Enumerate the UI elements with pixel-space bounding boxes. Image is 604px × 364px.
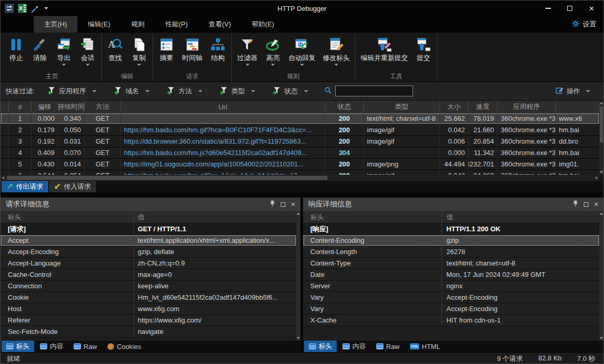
filter-dropdown-button[interactable]: 方法 bbox=[161, 85, 208, 98]
panel-tab[interactable]: HTML bbox=[405, 341, 445, 352]
filter-dropdown-button[interactable]: 类型 bbox=[214, 85, 261, 98]
panel-tab[interactable]: Raw bbox=[372, 341, 404, 352]
tab-outgoing-requests[interactable]: 传出请求 bbox=[2, 181, 48, 192]
header-row[interactable]: Accept text/html,application/xhtml+xml,a… bbox=[1, 235, 296, 246]
grid-vertical-scrollbar[interactable] bbox=[599, 101, 603, 175]
column-header[interactable]: 应用程序 bbox=[498, 101, 556, 113]
menu-item[interactable]: 性能(P) bbox=[155, 16, 198, 33]
maximize-button[interactable] bbox=[559, 1, 581, 16]
pin-icon[interactable] bbox=[573, 200, 578, 208]
column-header[interactable]: 状态 bbox=[325, 101, 364, 113]
column-header[interactable]: # bbox=[9, 101, 32, 113]
request-row[interactable]: 6 0.544 0.054 GET https://hm.baidu.com/h… bbox=[1, 170, 599, 175]
tab-incoming-requests[interactable]: 传入请求 bbox=[49, 181, 96, 192]
header-column-label[interactable]: 标头 bbox=[303, 211, 442, 223]
header-row[interactable]: Host www.x6g.com bbox=[1, 303, 296, 315]
column-header[interactable] bbox=[556, 101, 599, 113]
header-row[interactable]: Content-Encoding gzip bbox=[303, 235, 599, 246]
qat-dropdown-icon[interactable] bbox=[44, 7, 48, 9]
header-row[interactable]: Server nginx bbox=[303, 281, 599, 292]
menu-item[interactable]: 主页(H) bbox=[34, 16, 77, 33]
menu-item[interactable]: 查看(V) bbox=[198, 16, 241, 33]
copy-button[interactable]: 复制 bbox=[127, 34, 151, 73]
timeline-button[interactable]: 时间轴 bbox=[179, 34, 206, 73]
menu-item[interactable]: 帮助(E) bbox=[241, 16, 284, 33]
header-row[interactable]: Vary Accept-Encoding bbox=[303, 303, 599, 315]
header-row[interactable]: Date Mon, 17 Jun 2024 02:49:49 GMT bbox=[303, 269, 599, 281]
find-button[interactable]: A 查找 bbox=[103, 34, 127, 73]
header-row[interactable]: [响应] HTTP/1.1 200 OK bbox=[303, 223, 599, 235]
request-row[interactable]: 4 0.409 0.070 GET https://hm.baidu.com/h… bbox=[1, 147, 599, 159]
header-row[interactable]: Accept-Language zh-CN,zh;q=0.9 bbox=[1, 258, 296, 269]
header-row[interactable]: Content-Type text/html; charset=utf-8 bbox=[303, 258, 599, 269]
column-header[interactable]: 大小 bbox=[440, 101, 469, 113]
header-row[interactable]: Sec-Fetch-Mode navigate bbox=[1, 326, 296, 338]
menu-item[interactable]: 编辑(E) bbox=[77, 16, 120, 33]
search-input[interactable] bbox=[335, 86, 413, 96]
column-header[interactable]: 速度 bbox=[469, 101, 498, 113]
header-column-label[interactable]: 标头 bbox=[1, 211, 134, 223]
column-header[interactable]: 方法 bbox=[85, 101, 121, 113]
header-row[interactable]: [请求] GET / HTTP/1.1 bbox=[1, 223, 296, 235]
settings-button[interactable]: 设置 bbox=[565, 16, 603, 33]
filter-dropdown-button[interactable]: 应用程序 bbox=[42, 85, 102, 98]
stop-button[interactable]: 停止 bbox=[4, 34, 28, 73]
session-button[interactable]: 会话 bbox=[76, 34, 100, 73]
structure-button[interactable]: 结构 bbox=[206, 34, 230, 73]
request-row[interactable]: 3 0.192 0.031 GET https://dd.browser.360… bbox=[1, 136, 599, 147]
header-row[interactable]: Referer https://www.x6g.com/ bbox=[1, 315, 296, 326]
header-row[interactable]: Cookie Hm_lvt_d60e542115f2ca02adf147d409… bbox=[1, 292, 296, 303]
header-row[interactable]: Connection keep-alive bbox=[1, 281, 296, 292]
request-row[interactable]: 2 0.179 0.050 GET https://hm.baidu.com/h… bbox=[1, 124, 599, 136]
maximize-panel-icon[interactable] bbox=[281, 202, 285, 207]
value-column-label[interactable]: 值 bbox=[442, 211, 599, 223]
actions-button[interactable]: 操作 bbox=[556, 87, 598, 96]
value-column-label[interactable]: 值 bbox=[134, 211, 297, 223]
grid-horizontal-scrollbar[interactable] bbox=[1, 175, 599, 181]
panel-tab[interactable]: 内容 bbox=[35, 341, 68, 352]
panel-tab[interactable]: 内容 bbox=[338, 341, 370, 352]
request-row[interactable]: 1 0.000 0.340 GET 200 text/html; charset… bbox=[1, 113, 599, 124]
pin-icon[interactable] bbox=[270, 200, 275, 208]
clear-button[interactable]: 清除 bbox=[28, 34, 52, 73]
panel-tab[interactable]: 标头 bbox=[304, 341, 337, 352]
panel-vertical-scrollbar[interactable] bbox=[599, 211, 603, 341]
auto-responder-button[interactable]: 自动回复 bbox=[285, 34, 319, 73]
submit-button[interactable]: 提交 bbox=[411, 34, 435, 73]
excel-export-icon[interactable]: X bbox=[18, 4, 27, 13]
column-header[interactable]: 偏移 bbox=[32, 101, 58, 113]
request-row[interactable]: 5 0.430 0.014 GET https://img01.sogoucdn… bbox=[1, 159, 599, 170]
total-size: 82.8 Kb bbox=[538, 354, 561, 363]
swap-arrows-icon[interactable] bbox=[5, 4, 14, 13]
column-header[interactable] bbox=[1, 101, 9, 113]
filter-dropdown-button[interactable]: 状态 bbox=[267, 85, 314, 98]
filter-button[interactable]: 过滤器 bbox=[234, 34, 261, 73]
menu-item[interactable]: 规则 bbox=[120, 16, 155, 33]
column-header[interactable]: Url bbox=[121, 101, 325, 113]
panel-vertical-scrollbar[interactable] bbox=[296, 211, 300, 341]
highlight-button[interactable]: 高亮 bbox=[261, 34, 285, 73]
panel-column-header: 标头 值 bbox=[1, 211, 296, 223]
summary-button[interactable]: 摘要 bbox=[155, 34, 179, 73]
column-header[interactable]: 类型 bbox=[364, 101, 440, 113]
modify-headers-button[interactable]: 修改标头 bbox=[319, 34, 353, 73]
close-panel-icon[interactable]: × bbox=[291, 201, 295, 208]
panel-tab[interactable]: Cookies bbox=[103, 341, 146, 352]
panel-tab[interactable]: Raw bbox=[69, 341, 102, 352]
funnel-add-icon bbox=[48, 87, 56, 96]
export-button[interactable]: 导出 bbox=[52, 34, 76, 73]
close-button[interactable]: × bbox=[581, 1, 602, 16]
header-row[interactable]: X-Cache HIT from cdn-us-1 bbox=[303, 315, 599, 326]
header-row[interactable]: Content-Length 26278 bbox=[303, 246, 599, 258]
filter-dropdown-button[interactable]: 域名 bbox=[108, 85, 155, 98]
header-row[interactable]: Accept-Encoding gzip, deflate bbox=[1, 246, 296, 258]
header-row[interactable]: Vary Accept-Encoding bbox=[303, 292, 599, 303]
header-row[interactable]: Cache-Control max-age=0 bbox=[1, 269, 296, 281]
close-panel-icon[interactable]: × bbox=[594, 201, 598, 208]
maximize-panel-icon[interactable] bbox=[584, 202, 588, 207]
edit-resubmit-button[interactable]: 编辑并重新提交 bbox=[357, 34, 411, 73]
panel-tab[interactable]: 标头 bbox=[2, 341, 34, 352]
brush-icon[interactable] bbox=[31, 4, 39, 13]
minimize-button[interactable] bbox=[537, 1, 559, 16]
column-header[interactable]: 持续时间 bbox=[58, 101, 85, 113]
